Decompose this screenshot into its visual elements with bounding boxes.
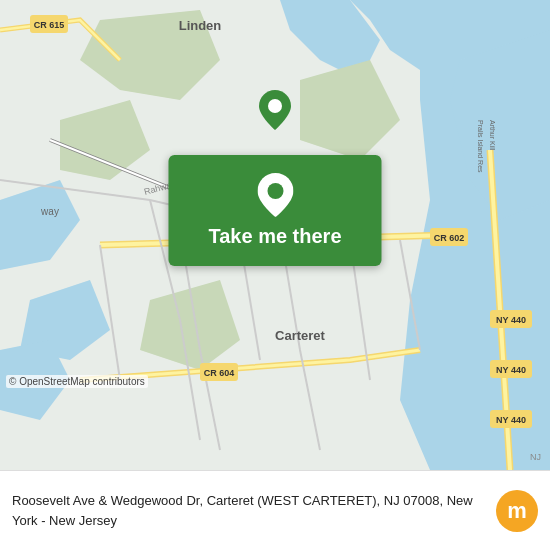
pin-icon [257, 173, 293, 217]
svg-text:NJ: NJ [530, 452, 541, 462]
svg-text:Carteret: Carteret [275, 328, 326, 343]
bottom-bar: Roosevelt Ave & Wedgewood Dr, Carteret (… [0, 470, 550, 550]
svg-text:NY 440: NY 440 [496, 365, 526, 375]
svg-point-22 [268, 99, 282, 113]
copyright-text: © OpenStreetMap contributors [9, 376, 145, 387]
svg-text:Linden: Linden [179, 18, 222, 33]
address-text: Roosevelt Ave & Wedgewood Dr, Carteret (… [12, 493, 473, 527]
svg-text:CR 615: CR 615 [34, 20, 65, 30]
svg-text:CR 602: CR 602 [434, 233, 465, 243]
moovit-letter: m [507, 498, 527, 524]
map-container: CR 602 CR 604 CR 615 CR 602 NY 440 NY 44… [0, 0, 550, 470]
svg-text:NY 440: NY 440 [496, 415, 526, 425]
svg-text:NY 440: NY 440 [496, 315, 526, 325]
svg-text:Arthur Kill: Arthur Kill [489, 120, 496, 151]
svg-text:way: way [40, 206, 59, 217]
copyright-notice: © OpenStreetMap contributors [6, 375, 148, 388]
moovit-icon: m [496, 490, 538, 532]
button-label: Take me there [208, 225, 341, 248]
svg-text:CR 604: CR 604 [204, 368, 235, 378]
take-me-there-button[interactable]: Take me there [168, 155, 381, 266]
moovit-logo: m [496, 490, 538, 532]
svg-text:Pralls Island Res: Pralls Island Res [477, 120, 484, 173]
address-info: Roosevelt Ave & Wedgewood Dr, Carteret (… [12, 491, 486, 529]
location-marker [259, 90, 291, 134]
svg-point-23 [267, 183, 283, 199]
